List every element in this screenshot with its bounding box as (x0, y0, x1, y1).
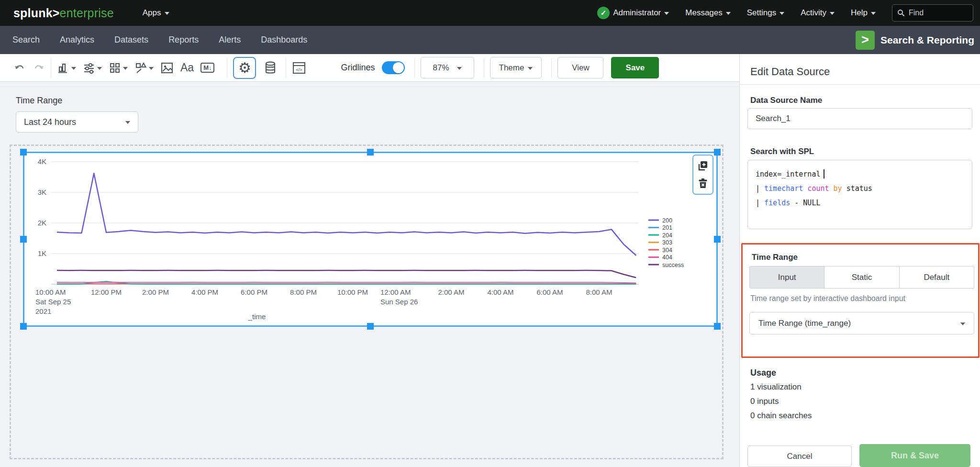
svg-text:3K: 3K (38, 188, 46, 196)
usage-inputs: 0 inputs (750, 397, 779, 406)
cancel-button[interactable]: Cancel (747, 445, 852, 467)
activity-menu[interactable]: Activity (801, 8, 835, 18)
time-range-helper-text: Time range set by interactive dashboard … (750, 294, 905, 303)
add-text-button[interactable]: Aa (180, 61, 194, 74)
add-image-button[interactable] (160, 61, 174, 75)
zoom-level-dropdown[interactable]: 87% (421, 57, 474, 78)
save-button[interactable]: Save (611, 57, 659, 78)
input-controls-icon (83, 62, 95, 74)
svg-text:404: 404 (662, 254, 672, 261)
delete-widget-button[interactable] (697, 177, 709, 189)
tab-static[interactable]: Static (824, 267, 899, 288)
svg-text:4:00 PM: 4:00 PM (191, 288, 218, 296)
logo-gt-text: > (53, 6, 60, 20)
svg-text:201: 201 (662, 224, 672, 231)
nav-item-search[interactable]: Search (12, 35, 40, 45)
gridlines-toggle[interactable] (382, 61, 405, 74)
nav-item-reports[interactable]: Reports (168, 35, 199, 45)
time-range-input-dropdown[interactable]: Last 24 hours (16, 111, 138, 133)
add-chart-button[interactable] (57, 62, 76, 74)
svg-text:10:00 AM: 10:00 AM (35, 288, 66, 296)
svg-text:4K: 4K (38, 157, 46, 166)
svg-text:8:00 AM: 8:00 AM (586, 288, 612, 296)
chevron-down-icon (664, 12, 669, 15)
chevron-down-icon (71, 67, 76, 70)
time-range-input-value: Last 24 hours (24, 117, 76, 127)
settings-menu[interactable]: Settings (747, 8, 784, 18)
chevron-down-icon (457, 67, 462, 70)
resize-handle-bottom-left[interactable] (20, 323, 27, 330)
database-icon (264, 61, 277, 75)
clone-plus-icon (697, 160, 709, 172)
svg-text:4:00 AM: 4:00 AM (487, 288, 513, 296)
resize-handle-top-middle[interactable] (367, 149, 374, 156)
add-markdown-button[interactable]: M↓ (200, 63, 214, 73)
dashboard-canvas[interactable]: Time Range Last 24 hours 1K2K3K4K10:00 A… (0, 82, 739, 467)
resize-handle-bottom-middle[interactable] (367, 323, 374, 330)
svg-text:1K: 1K (38, 249, 46, 257)
theme-dropdown[interactable]: Theme (490, 57, 542, 78)
find-search-input[interactable]: Find (892, 4, 973, 22)
chevron-down-icon (97, 67, 102, 70)
time-range-section-highlight: Time Range Input Static Default Time ran… (741, 243, 980, 358)
app-brand[interactable]: > Search & Reporting (856, 31, 974, 50)
tab-default[interactable]: Default (899, 267, 974, 288)
redo-button[interactable] (32, 62, 45, 74)
markdown-icon: M↓ (200, 63, 214, 73)
user-check-icon: ✓ (597, 7, 610, 19)
run-and-save-button[interactable]: Run & Save (859, 444, 970, 467)
resize-handle-left-middle[interactable] (20, 236, 27, 243)
data-source-name-label: Data Source Name (750, 96, 822, 105)
resize-handle-top-left[interactable] (20, 149, 27, 156)
messages-menu[interactable]: Messages (685, 8, 730, 18)
svg-text:Sun Sep 26: Sun Sep 26 (380, 298, 418, 306)
svg-text:204: 204 (662, 232, 672, 239)
svg-text:</>: </> (296, 67, 302, 72)
nav-item-datasets[interactable]: Datasets (114, 35, 148, 45)
svg-text:success: success (662, 262, 684, 268)
spl-editor[interactable]: index=_internal| timechart count by stat… (747, 160, 972, 229)
line-chart-widget[interactable]: 1K2K3K4K10:00 AMSat Sep 25202112:00 PM2:… (23, 152, 718, 327)
svg-text:Sat Sep 25: Sat Sep 25 (35, 298, 71, 306)
svg-text:_time: _time (248, 312, 266, 321)
panel-title: Edit Data Source (750, 66, 830, 78)
nav-item-analytics[interactable]: Analytics (60, 35, 94, 45)
help-menu[interactable]: Help (851, 8, 876, 18)
svg-text:2K: 2K (38, 219, 46, 227)
search-icon (897, 9, 905, 17)
chevron-down-icon (960, 322, 965, 325)
source-code-button[interactable]: </> (292, 61, 306, 75)
data-source-name-input[interactable] (747, 108, 972, 129)
nav-item-dashboards[interactable]: Dashboards (261, 35, 307, 45)
view-button[interactable]: View (557, 57, 603, 78)
data-sources-button[interactable] (264, 61, 277, 75)
tab-input[interactable]: Input (750, 267, 824, 288)
apps-menu[interactable]: Apps (143, 8, 169, 18)
svg-text:303: 303 (662, 239, 672, 246)
layout-grid-button[interactable] (109, 62, 128, 74)
resize-handle-top-right[interactable] (714, 149, 721, 156)
add-input-button[interactable] (83, 62, 102, 74)
undo-button[interactable] (13, 62, 27, 74)
resize-handle-right-middle[interactable] (714, 236, 721, 243)
administrator-menu[interactable]: ✓ Administrator (597, 7, 669, 19)
resize-handle-bottom-right[interactable] (714, 323, 721, 330)
shapes-icon (134, 62, 147, 74)
zoom-level-value: 87% (433, 63, 449, 73)
layout-grid-icon (109, 62, 121, 74)
search-with-spl-label: Search with SPL (750, 147, 814, 156)
configuration-panel-button[interactable]: ⚙ (233, 57, 256, 79)
svg-text:12:00 PM: 12:00 PM (91, 288, 122, 296)
usage-title: Usage (750, 368, 776, 378)
chevron-down-icon (871, 12, 876, 15)
edit-data-source-panel: Edit Data Source Data Source Name Search… (739, 54, 980, 467)
redo-icon (32, 62, 45, 74)
nav-item-alerts[interactable]: Alerts (219, 35, 241, 45)
add-shapes-button[interactable] (134, 62, 154, 74)
chevron-down-icon (125, 121, 130, 124)
bar-chart-icon (57, 62, 69, 74)
administrator-label: Administrator (613, 8, 661, 18)
chevron-down-icon (780, 12, 784, 15)
clone-widget-button[interactable] (697, 160, 709, 172)
time-range-binding-dropdown[interactable]: Time Range (time_range) (749, 312, 974, 334)
